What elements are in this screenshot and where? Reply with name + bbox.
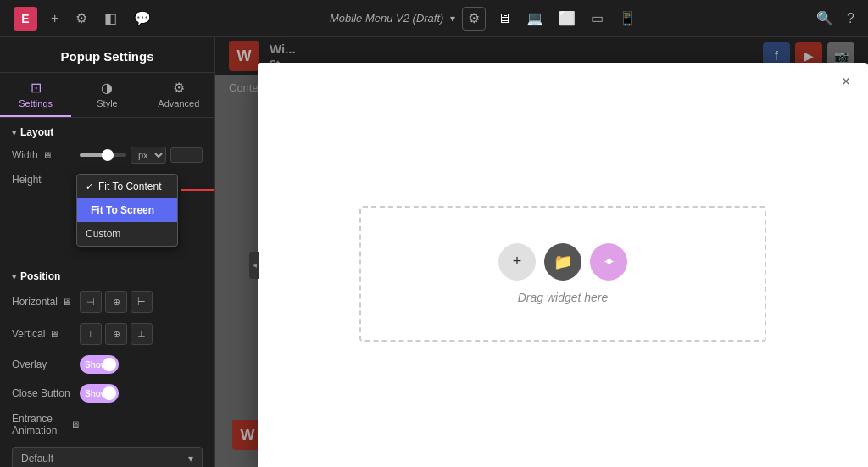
monitor-icon: 🖥 [42,150,52,160]
overlay-toggle[interactable]: Show [80,355,119,374]
width-field-row: Width 🖥 px % vw [12,147,203,164]
overlay-label: Overlay [12,359,80,370]
add-widget-button[interactable]: + [498,243,536,281]
close-button-label: Close Button [12,387,80,399]
template-library-button[interactable]: 📁 [544,243,581,281]
align-bottom-button[interactable]: ⊥ [131,323,153,345]
sidebar-content: Layout Width 🖥 px [0,118,214,467]
elementor-logo[interactable]: E [14,7,37,31]
close-button-toggle-row: Close Button Show [12,384,203,403]
advanced-tab-icon: ⚙ [173,80,185,96]
sidebar: Popup Settings ⊡ Settings ◑ Style ⚙ Adva… [0,37,215,467]
main-layout: Popup Settings ⊡ Settings ◑ Style ⚙ Adva… [0,37,868,467]
height-label: Height [12,174,80,186]
entrance-animation-select[interactable]: Default ▾ [12,447,203,467]
laptop-device-button[interactable]: 💻 [521,7,548,30]
mobile-device-button[interactable]: 📱 [614,7,641,30]
topbar-left: E + ⚙ ◧ 💬 [14,7,154,31]
width-control: px % vw [80,147,203,164]
width-unit-select[interactable]: px % vw [131,147,166,164]
search-button[interactable]: 🔍 [816,10,833,26]
align-center-button[interactable]: ⊕ [105,291,127,313]
title-chevron-icon[interactable]: ▾ [450,13,455,25]
tab-advanced[interactable]: ⚙ Advanced [143,73,214,117]
modal-body: + 📁 ✦ Drag widget here [258,63,868,467]
vertical-label: Vertical 🖥 [12,328,80,340]
tab-style[interactable]: ◑ Style [71,73,142,117]
tab-settings[interactable]: ⊡ Settings [0,73,71,117]
sidebar-title: Popup Settings [0,37,214,73]
chat-button[interactable]: 💬 [131,7,154,30]
sidebar-tabs: ⊡ Settings ◑ Style ⚙ Advanced [0,73,214,118]
page-settings-button[interactable]: ⚙ [462,7,486,31]
height-option-fit-to-screen[interactable]: Fit To Screen [77,198,177,222]
device-switcher: 🖥 💻 ⬜ ▭ 📱 [492,7,641,30]
align-middle-button[interactable]: ⊕ [105,323,127,345]
add-element-button[interactable]: + [47,8,62,30]
align-top-button[interactable]: ⊤ [80,323,102,345]
height-dropdown-menu[interactable]: Fit To Content Fit To Screen Custom [76,174,178,247]
style-tab-icon: ◑ [101,80,113,96]
layers-button[interactable]: ◧ [101,7,120,30]
width-label: Width 🖥 [12,149,80,161]
page-title: Mobile Menu V2 (Draft) [330,12,443,25]
tablet-device-button[interactable]: ⬜ [554,7,581,30]
toggle-knob [103,358,116,371]
horizontal-field-row: Horizontal 🖥 ⊣ ⊕ ⊢ [12,291,203,313]
topbar: E + ⚙ ◧ 💬 Mobile Menu V2 (Draft) ▾ ⚙ 🖥 💻… [0,0,868,37]
dropdown-arrow-annotation [181,189,214,191]
help-button[interactable]: ? [847,11,854,26]
collapse-handle[interactable]: ◂ [249,252,259,279]
arrow-line [181,189,214,191]
position-section-header: Position [12,270,203,282]
vertical-align-buttons: ⊤ ⊕ ⊥ [80,323,153,345]
widget-drop-zone: + 📁 ✦ Drag widget here [359,206,766,342]
width-value-input[interactable] [170,147,203,163]
modal-popup: × + 📁 ✦ Drag widget here ◂ [258,63,868,467]
drag-widget-text: Drag widget here [518,291,609,304]
tablet-landscape-device-button[interactable]: ▭ [586,7,609,30]
slider-track [80,153,126,157]
desktop-device-button[interactable]: 🖥 [492,8,516,30]
widget-icons: + 📁 ✦ [498,243,627,281]
overlay-toggle-row: Overlay Show [12,355,203,374]
horizontal-label: Horizontal 🖥 [12,296,80,308]
entrance-animation-row: Entrance Animation 🖥 [12,413,203,436]
chevron-down-icon: ▾ [188,453,193,464]
entrance-animation-label: Entrance Animation 🖥 [12,413,80,436]
height-option-fit-to-content[interactable]: Fit To Content [77,175,177,198]
width-slider[interactable] [80,153,126,157]
slider-thumb[interactable] [102,149,114,161]
monitor-icon-v: 🖥 [49,329,58,339]
topbar-center: Mobile Menu V2 (Draft) ▾ ⚙ 🖥 💻 ⬜ ▭ 📱 [330,7,641,31]
monitor-icon-h: 🖥 [62,297,71,307]
ai-widget-button[interactable]: ✦ [590,243,627,281]
align-left-button[interactable]: ⊣ [80,291,102,313]
canvas: W Wi...St... f ▶ 📷 Content Area W × + [215,37,868,467]
topbar-right: 🔍 ? [816,10,854,26]
settings-tab-icon: ⊡ [31,80,42,96]
align-right-button[interactable]: ⊢ [131,291,153,313]
toggle-knob-close [103,386,116,400]
vertical-field-row: Vertical 🖥 ⊤ ⊕ ⊥ [12,323,203,345]
close-button-toggle[interactable]: Show [80,384,119,403]
layout-section-header: Layout [12,126,203,138]
filters-button[interactable]: ⚙ [72,7,91,30]
height-field-row: Height Fit To Content Fit To Screen Cust… [12,174,203,186]
gear-icon: ⚙ [468,10,480,26]
horizontal-align-buttons: ⊣ ⊕ ⊢ [80,291,153,313]
modal-close-button[interactable]: × [836,71,856,92]
height-option-custom[interactable]: Custom [77,222,177,246]
monitor-icon-ea: 🖥 [70,420,80,430]
